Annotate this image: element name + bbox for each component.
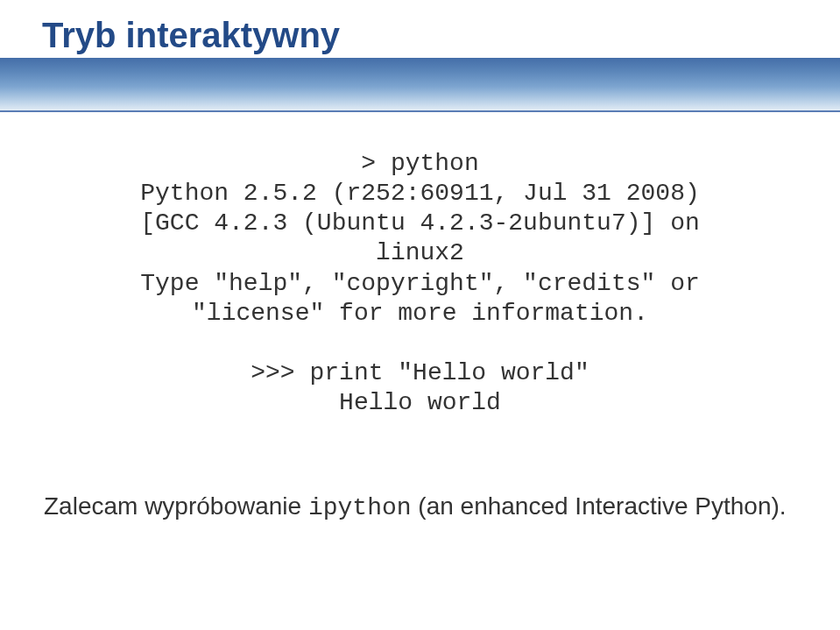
code-line-5: Type "help", "copyright", "credits" or — [140, 270, 700, 297]
code-line-2: Python 2.5.2 (r252:60911, Jul 31 2008) — [140, 180, 700, 207]
code-block: > python Python 2.5.2 (r252:60911, Jul 3… — [0, 149, 840, 418]
code-line-8: >>> print "Hello world" — [251, 359, 589, 386]
footer-post: (an enhanced Interactive Python). — [412, 492, 787, 520]
header-gradient — [0, 58, 840, 112]
slide-title: Tryb interaktywny — [42, 16, 340, 55]
code-line-6: "license" for more information. — [192, 300, 648, 327]
footer-cmd: ipython — [308, 494, 412, 521]
code-line-1: > python — [361, 150, 478, 177]
footer-pre: Zalecam wypróbowanie — [44, 492, 308, 520]
code-line-3: [GCC 4.2.3 (Ubuntu 4.2.3-2ubuntu7)] on — [140, 209, 700, 237]
footer-note: Zalecam wypróbowanie ipython (an enhance… — [44, 491, 797, 523]
code-line-4: linux2 — [376, 239, 464, 266]
slide: Tryb interaktywny > python Python 2.5.2 … — [0, 0, 840, 630]
code-line-9: Hello world — [339, 389, 501, 416]
